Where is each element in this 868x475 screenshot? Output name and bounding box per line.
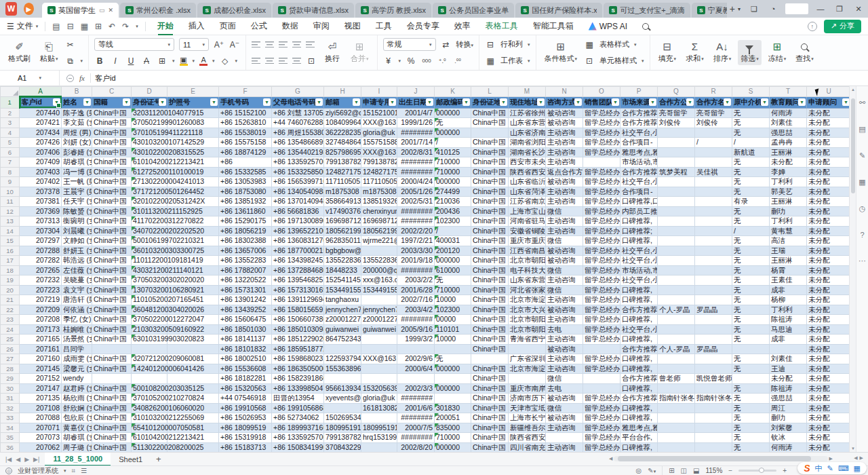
column-header-J[interactable]: J <box>397 87 435 97</box>
cell-M26[interactable] <box>509 344 546 354</box>
cell-F24[interactable]: +86 18501030 <box>219 324 272 335</box>
cell-G30[interactable]: +86 1339985047 <box>272 383 324 394</box>
cell-U3[interactable]: 未分配 <box>807 118 850 128</box>
cell-N7[interactable]: 主动咨询 <box>546 157 583 168</box>
row-header-20[interactable]: 20 <box>1 285 20 295</box>
cell-C16[interactable]: China中国 <box>92 246 132 256</box>
cell-M31[interactable]: 济南市历下 <box>509 394 546 404</box>
cell-R11[interactable] <box>695 197 732 207</box>
cell-L29[interactable]: China中国 <box>471 374 509 384</box>
cell-L7[interactable]: China中国 <box>471 157 509 168</box>
font-name-select[interactable]: 等线▾ <box>94 38 174 51</box>
cell-I31[interactable]: gloria@uk <box>361 394 397 404</box>
cell-F20[interactable]: +86 15731301 <box>219 285 272 295</box>
strike-button[interactable]: A <box>141 56 152 66</box>
cell-Q4[interactable] <box>658 128 695 138</box>
cell-K36[interactable]: 000000 <box>435 442 471 452</box>
cell-O25[interactable]: 留学总经办 <box>583 335 620 345</box>
cell-G25[interactable]: +86 1851229020 <box>272 335 324 345</box>
cell-H30[interactable]: 956613934 <box>324 383 361 394</box>
cell-C5[interactable]: China中国 <box>92 138 132 148</box>
cell-R5[interactable]: / <box>695 138 732 148</box>
cell-F13[interactable]: +86 15290175 <box>219 216 272 227</box>
cell-Q8[interactable]: 筑梦美程 <box>658 167 695 177</box>
cell-P23[interactable]: 口碑推荐, <box>620 315 658 325</box>
cell-R35[interactable] <box>695 433 732 443</box>
cell-K31[interactable] <box>435 394 471 404</box>
cell-Q27[interactable] <box>658 354 695 364</box>
cell-B27[interactable]: 成雨雯 (女 <box>62 354 92 364</box>
cell-K29[interactable] <box>435 374 471 384</box>
cell-N25[interactable]: 主动咨询 <box>546 335 583 345</box>
cell-U19[interactable]: 未分配 <box>807 276 850 286</box>
cell-Q15[interactable] <box>658 236 695 246</box>
cell-O18[interactable]: 留学总经办 <box>583 265 620 276</box>
cell-M18[interactable]: 电子科技大 <box>509 265 546 276</box>
cell-K25[interactable]: 10000 <box>435 335 471 345</box>
cell-L5[interactable]: China中国 <box>471 138 509 148</box>
cell-B11[interactable]: 任天宇 (女 <box>62 197 92 207</box>
cell-I24[interactable]: guiwanwei <box>361 324 397 335</box>
cell-T21[interactable]: 杨柳 <box>770 295 807 305</box>
cell-L22[interactable]: China中国 <box>471 305 509 315</box>
cell-F21[interactable]: +86 13901242 <box>219 295 272 305</box>
cell-A9[interactable]: 207402 <box>20 177 62 187</box>
menu-search[interactable] <box>635 18 656 35</box>
column-header-M[interactable]: M <box>509 87 546 97</box>
cell-H18[interactable]: 18448233 <box>324 265 361 276</box>
cell-I18[interactable]: 200000@qq <box>361 265 397 276</box>
cell-K4[interactable]: 000000 <box>435 128 471 138</box>
decrease-font-icon[interactable]: A⁻ <box>229 40 240 50</box>
cell-G5[interactable]: +86 1354866895 <box>272 138 324 148</box>
cell-G13[interactable]: +86 1971300890 <box>272 216 324 227</box>
row-header-23[interactable]: 23 <box>1 315 20 325</box>
row-header-9[interactable]: 9 <box>1 177 20 187</box>
cell-N34[interactable]: 主动咨询 <box>546 423 583 433</box>
row-header-26[interactable]: 26 <box>1 344 20 354</box>
cell-U34[interactable]: 未分配 <box>807 423 850 433</box>
cell-U22[interactable]: 未分配 <box>807 305 850 315</box>
cell-A31[interactable]: 207135 <box>20 394 62 404</box>
cell-T36[interactable]: 何雨涛 <box>770 442 807 452</box>
column-header-P[interactable]: P <box>620 87 658 97</box>
cell-Q12[interactable] <box>658 206 695 216</box>
cell-B36[interactable]: 周子璐 (女 <box>62 442 92 452</box>
cell-F29[interactable]: +86 18182281 <box>219 374 272 384</box>
cell-G32[interactable]: +86 1991056868 <box>272 403 324 413</box>
cell-B29[interactable]: wendy <box>62 374 92 384</box>
cell-Q34[interactable] <box>658 423 695 433</box>
increase-decimal-icon[interactable]: ⁺.⁰ <box>437 58 448 64</box>
filter-dropdown-icon[interactable]: ▼ <box>462 98 470 106</box>
cell-L9[interactable]: China中国 <box>471 177 509 187</box>
cell-S4[interactable]: 无 <box>732 128 770 138</box>
cell-S9[interactable]: 无 <box>732 177 770 187</box>
cell-G11[interactable]: +86 1370140948 <box>272 197 324 207</box>
cell-O34[interactable]: 留学总经办 <box>583 423 620 433</box>
find-button[interactable]: 查找▾ <box>793 40 816 65</box>
restore-button[interactable]: ❐ <box>830 0 849 18</box>
minimize-button[interactable]: — <box>811 0 830 18</box>
row-header-15[interactable]: 15 <box>1 236 20 246</box>
cell-S16[interactable]: 无 <box>732 246 770 256</box>
cell-A16[interactable]: 207288 <box>20 246 62 256</box>
vertical-scroll-thumb[interactable] <box>851 98 855 193</box>
export-icon[interactable]: ⊟ <box>67 22 74 31</box>
cell-L32[interactable]: China中国 <box>471 403 509 413</box>
cell-L23[interactable]: China中国 <box>471 315 509 325</box>
cell-K8[interactable]: 710000 <box>435 167 471 177</box>
cell-J13[interactable]: ######## <box>397 216 435 227</box>
cell-H2[interactable]: ziyi5692@q <box>324 108 361 118</box>
cell-Q22[interactable]: 个人-罗晶 <box>658 305 695 315</box>
cell-A35[interactable]: 207073 <box>20 433 62 443</box>
cell-B12[interactable]: 陈敏赟 (女 <box>62 206 92 216</box>
cell-S2[interactable]: 无 <box>732 108 770 118</box>
cell-K32[interactable]: 301830 <box>435 403 471 413</box>
cell-A12[interactable]: 207369 <box>20 206 62 216</box>
cell-O9[interactable]: 留学总经办 <box>583 177 620 187</box>
cell-H34[interactable]: 180995191 <box>324 423 361 433</box>
cell-A14[interactable]: 207304 <box>20 226 62 236</box>
row-header-5[interactable]: 5 <box>1 138 20 148</box>
cell-S32[interactable]: 无 <box>732 403 770 413</box>
cell-U16[interactable]: 未分配 <box>807 246 850 256</box>
cell-T6[interactable]: 王丽淋 <box>770 147 807 157</box>
